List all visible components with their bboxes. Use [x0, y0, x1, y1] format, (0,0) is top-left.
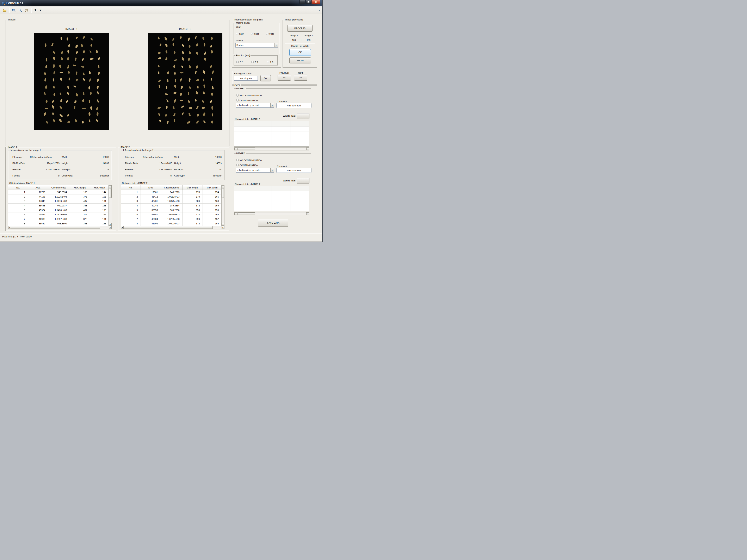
table-cell[interactable] [234, 191, 253, 196]
table-cell[interactable]: 378 [70, 194, 90, 199]
add-comment-button-1[interactable]: Add comment [276, 103, 311, 108]
scroll-right-icon[interactable]: ► [109, 226, 112, 229]
grain-number-input[interactable] [234, 76, 258, 81]
column-header[interactable]: Area [28, 185, 48, 190]
table-cell[interactable]: 355 [70, 203, 90, 208]
show-image1-button[interactable]: 1 [33, 8, 37, 12]
table-cell[interactable]: 44196 [28, 194, 48, 199]
table-cell[interactable]: 154 [203, 190, 222, 194]
column-header[interactable]: Circumference [161, 185, 182, 190]
table-cell[interactable]: 43857 [140, 212, 161, 217]
table-cell[interactable] [253, 121, 272, 126]
table-cell[interactable]: 1.1476e+03 [48, 199, 70, 203]
table-cell[interactable]: 158 [90, 203, 109, 208]
radio-fraction-22[interactable] [236, 61, 239, 63]
table-cell[interactable]: 1.0897e+03 [48, 217, 70, 221]
table-cell[interactable]: 374 [182, 212, 203, 217]
table-cell[interactable]: 160 [203, 199, 222, 203]
scroll-left-icon[interactable]: ◄ [8, 226, 11, 229]
table-cell[interactable]: 38653 [28, 203, 48, 208]
table-cell[interactable] [290, 126, 309, 131]
table-cell[interactable] [290, 121, 309, 126]
table-cell[interactable]: 373 [70, 217, 90, 221]
table-cell[interactable] [272, 191, 290, 196]
maximize-button[interactable] [306, 0, 311, 4]
scroll-up-icon[interactable]: ▲ [109, 185, 112, 188]
column-header[interactable]: Max. height [182, 185, 203, 190]
table-cell[interactable]: 41906 [140, 221, 161, 226]
table-cell[interactable]: 356 [182, 208, 203, 212]
table-cell[interactable]: 17901 [140, 190, 161, 194]
show-image2-button[interactable]: 2 [38, 8, 42, 12]
grain-pair-ok-button[interactable]: OK [260, 75, 271, 81]
radio-no-contamination-2[interactable] [236, 159, 239, 161]
table-cell[interactable] [253, 201, 272, 206]
table-cell[interactable]: 2 [8, 194, 28, 199]
table-cell[interactable] [272, 121, 290, 126]
radio-year-2010[interactable] [236, 33, 238, 35]
column-header[interactable]: No. [121, 185, 140, 190]
table-cell[interactable]: 166 [90, 212, 109, 217]
table-cell[interactable]: 437 [70, 199, 90, 203]
table-cell[interactable]: 1.0376e+03 [161, 199, 182, 203]
table-cell[interactable]: 5 [8, 208, 28, 212]
table-cell[interactable] [234, 126, 253, 131]
contamination-type-dropdown-1[interactable]: hulled (entirely or parti... ▼ [236, 103, 274, 108]
obtained-table-image2[interactable] [234, 186, 309, 211]
table-cell[interactable]: 7 [121, 217, 140, 221]
table-cell[interactable]: 42431 [140, 199, 161, 203]
close-button[interactable]: × [311, 0, 320, 4]
table-cell[interactable]: 1.0065e+03 [161, 212, 182, 217]
chevron-down-icon[interactable]: ▼ [271, 103, 274, 107]
horizontal-scrollbar[interactable]: ◄ ► [8, 226, 112, 229]
table-cell[interactable]: 989.2834 [161, 203, 182, 208]
table-cell[interactable]: 1.1430e+03 [48, 208, 70, 212]
scrollbar-thumb[interactable] [11, 226, 100, 229]
table-cell[interactable] [253, 126, 272, 131]
table-cell[interactable] [234, 186, 253, 191]
match-grains-ok-button[interactable]: OK [289, 49, 311, 55]
horizontal-scrollbar[interactable]: ◄ ► [234, 147, 309, 151]
table-cell[interactable]: 155 [90, 208, 109, 212]
table-cell[interactable]: 2 [121, 194, 140, 199]
zoom-out-button[interactable] [18, 8, 23, 13]
table-cell[interactable] [234, 121, 253, 126]
table-cell[interactable]: 399 [182, 217, 203, 221]
table-cell[interactable] [272, 206, 290, 211]
table-cell[interactable] [290, 196, 309, 201]
table-cell[interactable]: 8 [8, 221, 28, 226]
table-cell[interactable] [253, 191, 272, 196]
table-cell[interactable]: 949.9037 [48, 203, 70, 208]
table-cell[interactable]: 159 [203, 208, 222, 212]
variety-dropdown[interactable]: Beatrix ▼ [235, 43, 278, 48]
scrollbar-thumb[interactable] [222, 188, 224, 198]
table-cell[interactable] [290, 136, 309, 141]
table-cell[interactable]: 16790 [28, 190, 48, 194]
table-cell[interactable] [253, 131, 272, 136]
scrollbar-thumb[interactable] [124, 226, 213, 229]
scroll-left-icon[interactable]: ◄ [234, 212, 237, 215]
table-cell[interactable]: 163 [90, 194, 109, 199]
image1-data-table[interactable]: No.AreaCircumferenceMax. heightMax. widt… [8, 185, 109, 226]
image2-data-table[interactable]: No.AreaCircumferenceMax. heightMax. widt… [121, 185, 222, 226]
table-cell[interactable] [290, 206, 309, 211]
table-cell[interactable]: 47840 [28, 199, 48, 203]
table-cell[interactable]: 1.0796e+03 [161, 217, 182, 221]
scrollbar-thumb[interactable] [109, 188, 112, 198]
table-cell[interactable]: 1.0226e+03 [48, 194, 70, 199]
table-cell[interactable] [234, 201, 253, 206]
table-cell[interactable]: 159 [203, 203, 222, 208]
scroll-right-icon[interactable]: ► [222, 226, 224, 229]
table-cell[interactable]: 40246 [140, 203, 161, 208]
table-cell[interactable] [272, 196, 290, 201]
column-header[interactable]: Circumference [48, 185, 70, 190]
previous-button[interactable]: << [278, 75, 291, 81]
table-cell[interactable]: 376 [70, 212, 90, 217]
table-cell[interactable]: 161 [90, 199, 109, 203]
chevron-down-icon[interactable]: ▼ [274, 43, 278, 47]
radio-contamination-1[interactable] [236, 99, 239, 102]
table-cell[interactable]: 389 [182, 199, 203, 203]
table-cell[interactable] [290, 131, 309, 136]
table-cell[interactable]: 372 [182, 221, 203, 226]
radio-fraction-25[interactable] [251, 61, 254, 63]
